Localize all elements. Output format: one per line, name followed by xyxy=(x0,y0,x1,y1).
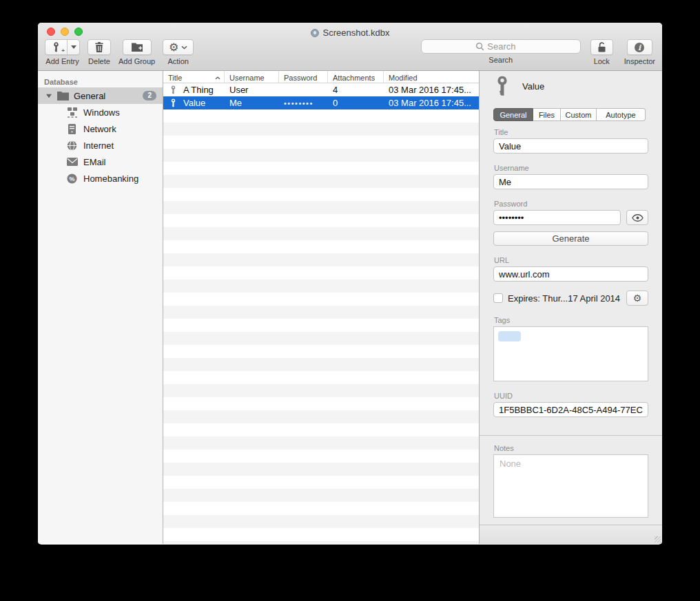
delete-toolbar-item: Delete xyxy=(88,39,111,65)
entry-modified: 03 Mar 2016 17:45... xyxy=(384,85,479,95)
eye-icon xyxy=(632,214,644,222)
tab-files[interactable]: Files xyxy=(533,108,561,121)
inspector-toolbar-item: i Inspector xyxy=(624,39,655,65)
document-proxy-icon xyxy=(311,29,319,37)
username-field[interactable] xyxy=(493,174,648,189)
add-group-button[interactable] xyxy=(123,39,152,55)
inspector-label: Inspector xyxy=(624,57,655,65)
table-row[interactable]: A Thing User 4 03 Mar 2016 17:45... xyxy=(163,83,479,96)
key-icon xyxy=(169,85,177,95)
tags-label: Tags xyxy=(494,316,648,324)
entry-attachments: 0 xyxy=(328,98,384,108)
table-empty-area xyxy=(163,109,479,544)
username-field-label: Username xyxy=(494,164,648,172)
table-row-selected[interactable]: Value Me •••••••• 0 03 Mar 2016 17:45... xyxy=(163,96,479,109)
column-header-attachments[interactable]: Attachments xyxy=(328,71,384,83)
entry-modified: 03 Mar 2016 17:45... xyxy=(384,98,479,108)
sidebar-item-internet[interactable]: Internet xyxy=(38,137,163,154)
zoom-button[interactable] xyxy=(74,28,83,36)
sidebar-item-windows[interactable]: Windows xyxy=(38,104,163,120)
dropdown-arrow-icon xyxy=(71,45,76,49)
column-header-username[interactable]: Username xyxy=(225,71,279,83)
toolbar: + Add Entry Delete xyxy=(38,37,662,65)
titlebar[interactable]: Screenshot.kdbx xyxy=(38,23,662,37)
tag-pill[interactable] xyxy=(498,331,521,341)
info-circle-icon: i xyxy=(634,42,645,53)
add-entry-label: Add Entry xyxy=(45,57,79,65)
uuid-label: UUID xyxy=(494,392,648,400)
window-header: Screenshot.kdbx + Add Entry xyxy=(38,23,662,71)
tags-field[interactable] xyxy=(493,326,648,381)
lock-toolbar-item: Lock xyxy=(590,39,613,65)
inspector-tabs: General Files Custom Autotype xyxy=(493,108,648,121)
title-field-label: Title xyxy=(494,128,648,136)
sidebar-item-email[interactable]: EMail xyxy=(38,154,163,170)
resize-grip[interactable] xyxy=(655,536,661,542)
url-field[interactable] xyxy=(493,266,648,282)
open-padlock-icon xyxy=(597,41,607,53)
add-entry-toolbar-item: + Add Entry xyxy=(45,39,80,65)
windows-network-icon xyxy=(66,107,78,118)
add-entry-dropdown-button[interactable] xyxy=(67,40,79,54)
sidebar-item-label: Homebanking xyxy=(83,173,138,184)
tab-general[interactable]: General xyxy=(493,108,533,121)
tab-custom[interactable]: Custom xyxy=(561,108,597,121)
sidebar-section-header: Database xyxy=(44,78,163,86)
add-entry-button[interactable]: + xyxy=(45,39,80,55)
column-header-modified[interactable]: Modified xyxy=(384,71,479,83)
tab-autotype[interactable]: Autotype xyxy=(597,108,646,121)
expires-label: Expires: Thur...17 April 2014 xyxy=(508,293,620,304)
entry-title: Value xyxy=(183,98,205,108)
inspector-bottom-bar xyxy=(480,525,662,544)
trash-icon xyxy=(94,42,104,52)
search-field[interactable] xyxy=(421,39,581,54)
envelope-icon xyxy=(66,156,78,168)
key-icon xyxy=(169,98,177,108)
delete-label: Delete xyxy=(88,57,110,65)
gear-icon: ⚙ xyxy=(169,42,178,53)
traffic-lights xyxy=(47,28,83,36)
uuid-field[interactable] xyxy=(493,402,648,417)
sort-ascending-icon xyxy=(215,76,220,80)
globe-icon xyxy=(66,140,78,151)
action-button[interactable]: ⚙ xyxy=(163,39,194,55)
expires-options-button[interactable]: ⚙ xyxy=(626,291,648,306)
add-group-label: Add Group xyxy=(119,57,155,65)
entry-password: •••••••• xyxy=(279,99,328,107)
entry-title: A Thing xyxy=(183,85,214,95)
action-label: Action xyxy=(167,57,189,65)
sidebar-item-label: Network xyxy=(83,124,116,134)
sidebar-item-general[interactable]: General 2 xyxy=(38,87,163,104)
sidebar-group-label: General xyxy=(74,91,105,101)
expires-checkbox[interactable] xyxy=(493,293,503,303)
sidebar: Database General 2 Windows xyxy=(38,71,163,544)
notes-field[interactable]: None xyxy=(493,454,648,518)
entry-username: Me xyxy=(225,98,279,108)
folder-icon xyxy=(57,92,69,101)
column-header-title[interactable]: Title xyxy=(163,71,225,83)
gear-icon: ⚙ xyxy=(633,293,642,304)
svg-text:%: % xyxy=(70,175,75,182)
password-field[interactable] xyxy=(493,210,621,225)
server-icon xyxy=(66,123,78,135)
search-input[interactable] xyxy=(487,41,526,52)
generate-button[interactable]: Generate xyxy=(493,231,648,246)
folder-plus-icon xyxy=(131,42,143,52)
entry-attachments: 4 xyxy=(328,85,384,95)
add-group-toolbar-item: Add Group xyxy=(119,39,155,65)
close-button[interactable] xyxy=(47,28,55,36)
inspector-button[interactable]: i xyxy=(627,39,652,55)
reveal-password-button[interactable] xyxy=(626,210,648,225)
sidebar-item-label: Internet xyxy=(83,140,114,151)
column-header-password[interactable]: Password xyxy=(279,71,328,83)
sidebar-item-homebanking[interactable]: % Homebanking xyxy=(38,170,163,187)
disclosure-triangle-icon[interactable] xyxy=(46,94,52,98)
delete-button[interactable] xyxy=(88,39,111,55)
sidebar-item-network[interactable]: Network xyxy=(38,120,163,137)
key-plus-icon[interactable]: + xyxy=(45,40,67,54)
title-field[interactable] xyxy=(493,138,648,154)
lock-button[interactable] xyxy=(590,39,613,55)
minimize-button[interactable] xyxy=(61,28,69,36)
app-window: Screenshot.kdbx + Add Entry xyxy=(38,23,662,545)
magnifier-icon xyxy=(475,42,484,51)
